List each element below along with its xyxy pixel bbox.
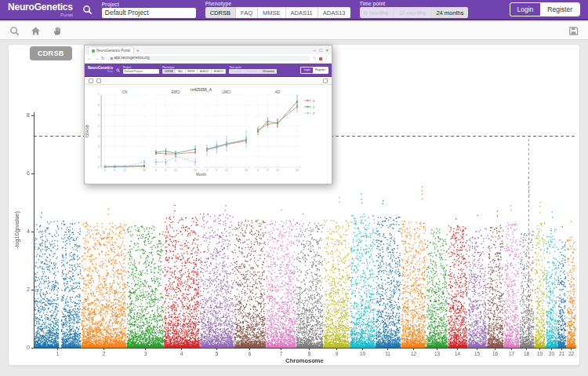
timepoint-group: Time point 6 months12 months24 months [360, 1, 469, 18]
svg-text:CN: CN [122, 90, 128, 94]
svg-text:4: 4 [98, 125, 100, 128]
mini-timepoint-button-group: 6 months12 months24 months [229, 69, 277, 74]
mini-project-input: Default Project [123, 69, 159, 74]
svg-text:5: 5 [98, 114, 100, 117]
url-text: app.neurogenetics.org [114, 57, 150, 60]
mini-timepoint-button-group-option: 12 months [245, 69, 261, 74]
favicon [92, 49, 95, 53]
mini-project-label: Project [123, 66, 159, 69]
maximize-icon: □ [319, 48, 321, 53]
timepoint-button-group-option[interactable]: 12 months [394, 7, 431, 18]
home-icon[interactable] [31, 26, 41, 36]
mini-app-logo: NeuroGenetics Portal [88, 67, 113, 72]
svg-text:6: 6 [267, 169, 269, 172]
logo-title: NeuroGenetics [8, 2, 73, 12]
star-icon: ☆ [313, 57, 317, 61]
svg-text:1: 1 [313, 105, 315, 109]
svg-text:7: 7 [98, 93, 100, 97]
svg-text:12: 12 [225, 169, 228, 172]
mini-timepoint-button-group-option: 24 months [260, 69, 277, 74]
svg-text:0: 0 [257, 169, 259, 172]
svg-text:6: 6 [165, 169, 167, 172]
mini-phenotype-button-group-option: CDRSB [162, 69, 176, 74]
reload-icon: ↻ [101, 57, 105, 61]
mini-app-header: NeuroGenetics Portal Project Default Pro… [85, 64, 332, 77]
trajectory-chart: rs429358_ACN061224EMCI061224LMCI061224AD… [85, 85, 332, 184]
phenotype-button-group-option[interactable]: FAQ [236, 7, 258, 18]
search-icon[interactable] [82, 5, 93, 15]
auth-button-group: Login Register [510, 2, 580, 16]
svg-text:24: 24 [296, 169, 299, 172]
browser-address-bar: ← → ↻ app.neurogenetics.org ☆ ⋮ [85, 54, 332, 64]
svg-text:6: 6 [98, 104, 100, 107]
svg-text:2: 2 [313, 111, 315, 115]
mini-login-button: Login [301, 68, 313, 73]
svg-text:0: 0 [206, 169, 208, 172]
mini-logo-subtitle: Portal [88, 71, 113, 73]
phenotype-label: Phenotype [205, 1, 350, 6]
svg-text:6: 6 [216, 169, 218, 172]
phenotype-button-group-option[interactable]: ADAS13 [318, 7, 350, 18]
svg-text:EMCI: EMCI [171, 90, 180, 94]
app-header: NeuroGenetics Portal Project Phenotype C… [0, 0, 588, 20]
browser-tab: NeuroGenetics Portal [88, 46, 134, 54]
mini-search-icon [116, 68, 120, 72]
mini-plot-toolbar [85, 77, 332, 85]
pan-icon[interactable] [52, 25, 62, 36]
timepoint-button-group-option[interactable]: 6 months [360, 7, 394, 18]
svg-text:12: 12 [276, 169, 279, 172]
forward-icon: → [95, 57, 100, 61]
phenotype-button-group-option[interactable]: ADAS11 [286, 7, 318, 18]
svg-text:24: 24 [143, 169, 146, 172]
phenotype-button-group-option[interactable]: CDRSB [205, 7, 236, 18]
svg-text:6: 6 [114, 169, 116, 172]
mini-save-icon [323, 78, 328, 83]
menu-icon: ⋮ [325, 57, 329, 61]
svg-text:24: 24 [245, 169, 248, 172]
mini-auth-button-group: Login Register [300, 67, 328, 74]
mini-phenotype-button-group-option: ADAS11 [198, 69, 212, 74]
minimize-icon: – [313, 48, 315, 53]
extension-icon [319, 57, 322, 60]
mini-phenotype-button-group-option: FAQ [176, 69, 185, 74]
logo-subtitle: Portal [8, 13, 73, 17]
svg-text:0: 0 [104, 169, 106, 172]
mini-phenotype-label: Phenotype [162, 66, 226, 69]
trajectory-popup-window: NeuroGenetics Portal + – □ × ← → ↻ app.n… [84, 45, 332, 184]
svg-text:0: 0 [98, 166, 100, 169]
mini-timepoint-group: Time point 6 months12 months24 months [229, 66, 277, 75]
svg-text:1: 1 [98, 155, 100, 159]
svg-text:Month: Month [196, 173, 206, 177]
zoom-icon[interactable] [9, 26, 20, 36]
svg-text:12: 12 [123, 169, 126, 172]
timepoint-button-group-option[interactable]: 24 months [431, 7, 468, 18]
url-field: app.neurogenetics.org [107, 56, 310, 61]
svg-text:0: 0 [313, 99, 315, 103]
project-input[interactable] [102, 8, 196, 18]
phenotype-button-group-option[interactable]: MMSE [258, 7, 286, 18]
lock-icon [111, 57, 113, 60]
svg-text:24: 24 [194, 169, 197, 172]
phenotype-button-group: CDRSBFAQMMSEADAS11ADAS13 [205, 7, 350, 18]
mini-phenotype-group: Phenotype CDRSBFAQMMSEADAS11ADAS13 [162, 66, 226, 75]
new-tab-icon: + [136, 47, 140, 54]
login-button[interactable]: Login [510, 3, 541, 16]
save-icon[interactable] [568, 26, 579, 36]
back-icon: ← [88, 57, 93, 61]
project-group: Project [102, 2, 196, 18]
register-button[interactable]: Register [540, 3, 579, 16]
mini-timepoint-button-group-option: 6 months [229, 69, 244, 74]
svg-text:LMCI: LMCI [223, 90, 231, 94]
timepoint-button-group: 6 months12 months24 months [360, 7, 469, 18]
svg-text:CDRSB: CDRSB [85, 125, 89, 137]
app-logo[interactable]: NeuroGenetics Portal [8, 2, 73, 17]
mini-timepoint-label: Time point [229, 66, 277, 69]
svg-text:0: 0 [155, 169, 157, 172]
svg-text:rs429358_A: rs429358_A [191, 87, 212, 92]
close-icon: × [326, 48, 328, 53]
svg-text:2: 2 [98, 145, 100, 148]
mini-phenotype-button-group: CDRSBFAQMMSEADAS11ADAS13 [162, 69, 226, 74]
tab-title: NeuroGenetics Portal [96, 49, 130, 53]
browser-tab-strip: NeuroGenetics Portal + – □ × [85, 46, 332, 54]
svg-text:3: 3 [98, 135, 100, 138]
